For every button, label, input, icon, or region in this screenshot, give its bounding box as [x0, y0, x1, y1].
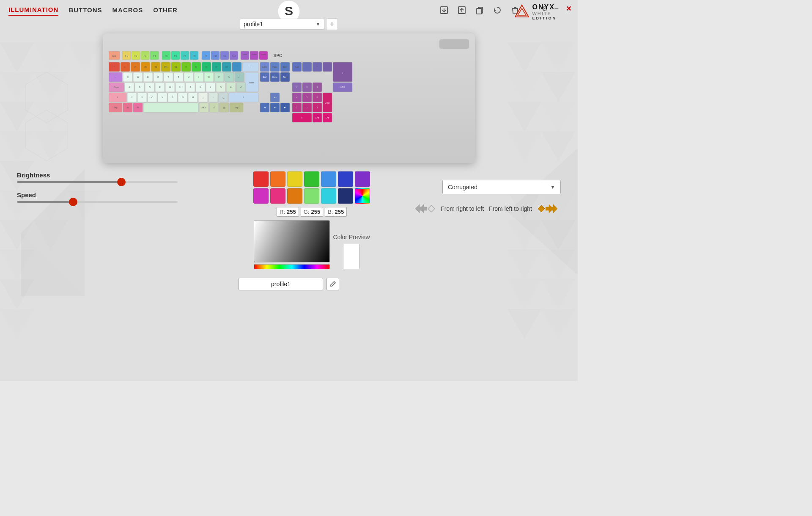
svg-text:+*: +*: [239, 76, 241, 78]
svg-text:3§: 3§: [144, 66, 147, 68]
svg-text:S: S: [285, 4, 293, 18]
svg-text:F4: F4: [153, 55, 156, 57]
svg-text:F9: F9: [205, 55, 207, 57]
copy-button[interactable]: [472, 3, 487, 18]
toolbar: [436, 3, 523, 18]
swatch-light-blue[interactable]: [321, 171, 336, 187]
speed-fill: [17, 201, 73, 203]
edit-profile-button[interactable]: [326, 278, 339, 290]
swatch-green[interactable]: [304, 171, 319, 187]
svg-marker-266: [428, 205, 435, 212]
svg-text:R: R: [157, 76, 159, 78]
svg-text:,;: ,;: [203, 96, 204, 99]
tab-other[interactable]: OTHER: [153, 5, 178, 15]
blue-input-field[interactable]: B: 255: [325, 207, 347, 217]
swatch-dark-orange[interactable]: [287, 188, 302, 204]
keyboard-indicator: [439, 39, 469, 49]
svg-text:*: *: [317, 66, 318, 68]
svg-text:←: ←: [115, 76, 117, 78]
swatch-pink[interactable]: [270, 188, 285, 204]
svg-text:F8: F8: [193, 55, 195, 57]
tab-macros[interactable]: MACROS: [112, 5, 143, 15]
speed-track[interactable]: [17, 201, 178, 203]
color-palette: [253, 171, 370, 204]
speed-thumb[interactable]: [69, 198, 77, 206]
effect-label: Corrugated: [448, 184, 477, 190]
profile-dropdown[interactable]: profile1 ▼: [240, 19, 324, 30]
direction-left-arrow[interactable]: [412, 203, 436, 215]
svg-text:7: 7: [296, 86, 298, 88]
svg-marker-15: [0, 309, 34, 339]
profile-current-value: profile1: [244, 21, 263, 28]
top-bar: ILLUMINATION BUTTONS MACROS OTHER S: [0, 0, 578, 16]
tab-illumination[interactable]: ILLUMINATION: [8, 4, 58, 16]
svg-text:9: 9: [317, 86, 318, 88]
profile-name-field[interactable]: profile1: [239, 278, 323, 290]
direction-left-label[interactable]: From right to left: [441, 205, 484, 212]
export-button[interactable]: [454, 3, 469, 18]
effect-panel: Corrugated ▼ From right to left From lef…: [412, 171, 561, 215]
svg-text:F7: F7: [184, 55, 186, 57]
swatch-purple[interactable]: [355, 171, 370, 187]
svg-text:0=: 0=: [215, 66, 218, 68]
svg-text:F: F: [159, 86, 160, 88]
svg-text:AltGr: AltGr: [201, 106, 206, 109]
swatch-blue[interactable]: [338, 171, 353, 187]
direction-right-arrow[interactable]: [537, 203, 561, 215]
brightness-label: Brightness: [17, 171, 211, 179]
profile-add-button[interactable]: +: [326, 18, 338, 30]
svg-text:8: 8: [307, 86, 308, 88]
svg-text:Enter: Enter: [325, 102, 330, 104]
svg-text:N: N: [182, 96, 184, 99]
svg-text:F6: F6: [174, 55, 177, 57]
import-button[interactable]: [436, 3, 452, 18]
svg-text:8(: 8(: [195, 66, 198, 68]
svg-text:4$: 4$: [154, 66, 157, 68]
svg-text:6: 6: [317, 96, 318, 99]
svg-text:Caps: Caps: [114, 86, 119, 88]
svg-text:Rollen: Rollen: [252, 53, 256, 55]
svg-text:Q: Q: [127, 76, 129, 78]
brightness-thumb[interactable]: [117, 178, 126, 186]
svg-text:F3: F3: [144, 55, 146, 57]
svg-text:Pos1: Pos1: [272, 66, 277, 68]
svg-text:3: 3: [317, 106, 318, 109]
swatch-orange[interactable]: [270, 171, 285, 187]
swatch-dark-blue[interactable]: [338, 188, 353, 204]
swatch-light-green[interactable]: [304, 188, 319, 204]
reset-button[interactable]: [490, 3, 505, 18]
green-input-field[interactable]: G: 255: [301, 207, 323, 217]
direction-right-label[interactable]: From left to right: [489, 205, 532, 212]
svg-text:F12: F12: [232, 55, 236, 57]
tab-buttons[interactable]: BUTTONS: [69, 5, 102, 15]
svg-text:T: T: [167, 76, 169, 78]
svg-text:Ü: Ü: [228, 76, 230, 78]
svg-text:U: U: [188, 76, 189, 78]
svg-text:5: 5: [307, 96, 308, 99]
svg-text:⇧: ⇧: [117, 96, 118, 99]
swatch-red[interactable]: [253, 171, 269, 187]
svg-text:D: D: [149, 86, 151, 88]
r-value: 255: [287, 209, 296, 215]
keyboard-wrapper: Esc F1 F2 F3 F4 F5 F6 F7 F8 F9: [103, 33, 475, 163]
brightness-track[interactable]: [17, 181, 178, 183]
close-button[interactable]: ✕: [563, 3, 573, 14]
red-input-field[interactable]: R: 255: [277, 207, 299, 217]
swatch-magenta[interactable]: [253, 188, 269, 204]
svg-text:Entf: Entf: [326, 116, 330, 119]
swatch-yellow[interactable]: [287, 171, 302, 187]
svg-text:F5: F5: [165, 55, 167, 57]
svg-text:4: 4: [296, 96, 298, 99]
svg-text:9): 9): [206, 66, 208, 68]
swatch-cyan[interactable]: [321, 188, 336, 204]
swatch-rainbow[interactable]: [355, 188, 370, 204]
svg-text:SPC: SPC: [274, 53, 283, 58]
hue-slider[interactable]: [254, 264, 330, 269]
svg-marker-265: [415, 204, 423, 213]
g-value: 255: [311, 209, 320, 215]
svg-text:-_: -_: [222, 96, 225, 99]
svg-marker-267: [538, 205, 545, 212]
svg-text:#': #': [240, 86, 242, 88]
effect-dropdown[interactable]: Corrugated ▼: [442, 180, 561, 194]
color-gradient-picker[interactable]: [254, 220, 330, 262]
